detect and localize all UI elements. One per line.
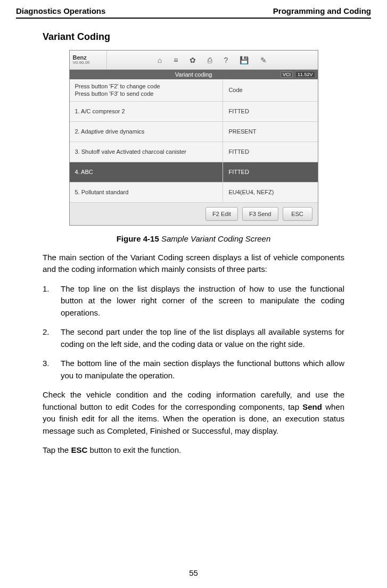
edit-icon[interactable]: ✎ (260, 56, 267, 64)
figure-label: Figure 4-15 (117, 234, 159, 243)
header-right: Programming and Coding (273, 6, 371, 15)
list-item: 1. The top line on the list displays the… (43, 283, 344, 319)
list-text: The bottom line of the main section disp… (61, 358, 344, 382)
esc-pre: Tap the (43, 445, 71, 454)
help-icon[interactable]: ? (224, 56, 228, 64)
row-label: 2. Adaptive drive dynamics (70, 122, 224, 142)
row-label: 1. A/C compresor 2 (70, 102, 224, 121)
intro-paragraph: The main section of the Variant Coding s… (43, 252, 344, 276)
instruction-line1: Press button 'F2' to change code (75, 82, 160, 90)
instruction-right: Code (223, 79, 317, 101)
figure-caption: Figure 4-15 Sample Variant Coding Screen (16, 234, 371, 243)
brand-block: Benz V0.90.05 (70, 51, 107, 69)
menu-icon[interactable]: ≡ (174, 56, 178, 64)
header-rule (16, 18, 371, 19)
row-value: FITTED (223, 102, 317, 121)
row-value: EU4(EU4, NEFZ) (223, 183, 317, 202)
brand-version: V0.90.05 (73, 61, 103, 65)
list-text: The second part under the top line of th… (61, 326, 344, 350)
top-icon-row: ⌂ ≡ ✿ ⎙ ? 💾 ✎ (107, 56, 318, 64)
table-row[interactable]: 5. Pollutant standard EU4(EU4, NEFZ) (70, 183, 318, 203)
f3-send-button[interactable]: F3 Send (242, 207, 278, 221)
table-row[interactable]: 2. Adaptive drive dynamics PRESENT (70, 122, 318, 142)
send-bold: Send (302, 402, 322, 411)
screenshot-topbar: Benz V0.90.05 ⌂ ≡ ✿ ⎙ ? 💾 ✎ (70, 51, 318, 70)
instruction-line2: Press button 'F3' to send code (75, 90, 160, 97)
f2-edit-button[interactable]: F2 Edit (205, 207, 238, 221)
esc-post: button to exit the function. (87, 445, 181, 454)
esc-bold: ESC (71, 445, 87, 454)
row-value: FITTED (223, 142, 317, 162)
esc-paragraph: Tap the ESC button to exit the function. (43, 444, 344, 457)
header-left: Diagnostics Operations (16, 6, 105, 15)
table-row[interactable]: 3. Shutoff valve Activated charcoal cani… (70, 142, 318, 162)
table-row[interactable]: 1. A/C compresor 2 FITTED (70, 102, 318, 122)
row-label: 5. Pollutant standard (70, 183, 224, 202)
vci-indicator: VCI (281, 71, 293, 78)
gear-icon[interactable]: ✿ (190, 56, 196, 64)
save-icon[interactable]: 💾 (240, 56, 249, 64)
screenshot-footer: F2 Edit F3 Send ESC (70, 203, 318, 225)
esc-button[interactable]: ESC (283, 207, 312, 221)
row-label: 4. ABC (70, 162, 224, 182)
row-value: FITTED (223, 162, 317, 182)
page-number: 55 (0, 568, 387, 577)
screenshot-panel: Benz V0.90.05 ⌂ ≡ ✿ ⎙ ? 💾 ✎ Variant codi… (69, 50, 318, 226)
voltage-indicator: 11.52V (296, 72, 315, 77)
title-bar-label: Variant coding (175, 71, 212, 78)
section-title: Variant Coding (43, 31, 371, 43)
row-label: 3. Shutoff valve Activated charcoal cani… (70, 142, 224, 162)
instruction-row: Press button 'F2' to change code Press b… (70, 79, 318, 102)
list-text: The top line on the list displays the in… (61, 283, 344, 319)
list-number: 2. (43, 326, 61, 350)
title-bar: Variant coding VCI 11.52V (70, 70, 318, 79)
list-item: 2. The second part under the top line of… (43, 326, 344, 350)
figure-title: Sample Variant Coding Screen (159, 234, 271, 243)
home-icon[interactable]: ⌂ (158, 56, 162, 64)
print-icon[interactable]: ⎙ (208, 56, 212, 64)
row-value: PRESENT (223, 122, 317, 142)
list-number: 3. (43, 358, 61, 382)
list-number: 1. (43, 283, 61, 319)
check-paragraph: Check the vehicle condition and the codi… (43, 389, 344, 437)
list-item: 3. The bottom line of the main section d… (43, 358, 344, 382)
table-row-selected[interactable]: 4. ABC FITTED (70, 162, 318, 183)
check-pre: Check the vehicle condition and the codi… (43, 390, 344, 411)
